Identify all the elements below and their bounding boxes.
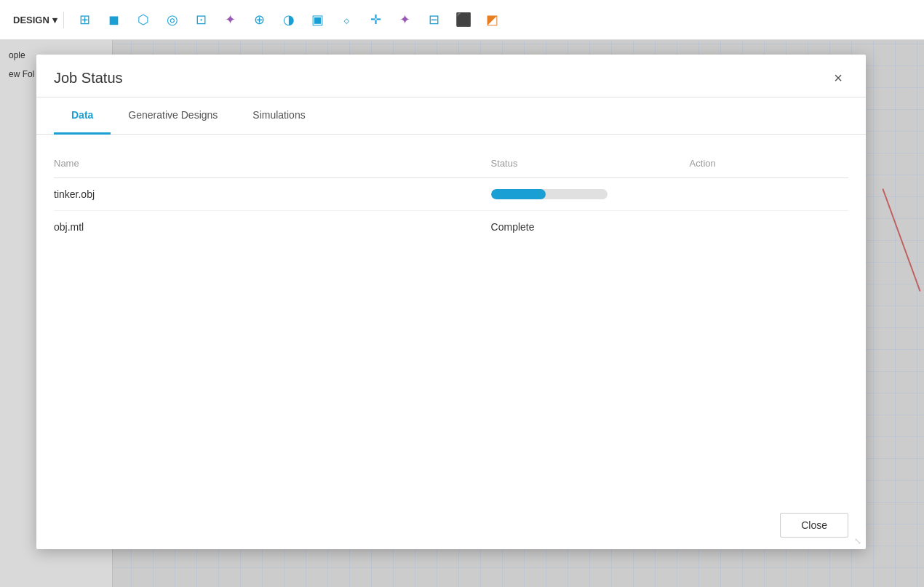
toolbar-icon-shell[interactable]: ▣ bbox=[306, 7, 330, 32]
toolbar-icon-combine[interactable]: ⊕ bbox=[247, 7, 272, 32]
modal-close-button[interactable]: × bbox=[828, 68, 848, 88]
modal-tabs: Data Generative Designs Simulations bbox=[36, 97, 866, 135]
progress-bar-fill bbox=[491, 189, 546, 199]
status-complete-badge: Complete bbox=[491, 221, 535, 233]
toolbar-icon-color[interactable]: ◩ bbox=[480, 7, 505, 32]
data-table: Name Status Action tinker.obj bbox=[54, 152, 848, 243]
table-header-row: Name Status Action bbox=[54, 152, 848, 178]
toolbar-icon-unfold[interactable]: ⊟ bbox=[422, 7, 447, 32]
modal-overlay: Job Status × Data Generative Designs Sim… bbox=[0, 40, 924, 587]
toolbar-icon-scale[interactable]: ⊡ bbox=[189, 7, 214, 32]
row-status-tinker bbox=[491, 178, 690, 211]
row-name-objmtl: obj.mtl bbox=[54, 211, 491, 244]
column-header-status: Status bbox=[491, 152, 690, 178]
table-row: obj.mtl Complete bbox=[54, 211, 848, 244]
progress-bar-container bbox=[491, 189, 608, 199]
toolbar-icon-move[interactable]: ✛ bbox=[364, 7, 389, 32]
table-row: tinker.obj bbox=[54, 178, 848, 211]
resize-handle[interactable]: ⤡ bbox=[854, 536, 861, 546]
close-button[interactable]: Close bbox=[780, 513, 848, 538]
design-menu[interactable]: DESIGN ▾ bbox=[7, 12, 64, 28]
tab-simulations[interactable]: Simulations bbox=[235, 97, 322, 135]
toolbar-icon-flatten[interactable]: ⬛ bbox=[451, 7, 476, 32]
row-action-tinker bbox=[690, 178, 848, 211]
design-label: DESIGN bbox=[13, 15, 49, 25]
toolbar-icon-revolve[interactable]: ◎ bbox=[160, 7, 185, 32]
row-status-objmtl: Complete bbox=[491, 211, 690, 244]
toolbar-icon-add[interactable]: ⊞ bbox=[73, 7, 97, 32]
modal-footer: Close bbox=[36, 501, 866, 549]
job-status-modal: Job Status × Data Generative Designs Sim… bbox=[36, 55, 866, 549]
design-arrow: ▾ bbox=[52, 15, 57, 25]
modal-header: Job Status × bbox=[36, 55, 866, 97]
tab-data[interactable]: Data bbox=[54, 97, 111, 135]
toolbar-icon-sweep[interactable]: ◑ bbox=[276, 7, 301, 32]
toolbar-icon-extrude[interactable]: ⬡ bbox=[131, 7, 156, 32]
toolbar-icon-split[interactable]: ⬦ bbox=[335, 7, 359, 32]
column-header-name: Name bbox=[54, 152, 491, 178]
column-header-action: Action bbox=[690, 152, 848, 178]
toolbar-icon-box[interactable]: ◼ bbox=[102, 7, 127, 32]
toolbar-icon-special1[interactable]: ✦ bbox=[218, 7, 243, 32]
toolbar: DESIGN ▾ ⊞ ◼ ⬡ ◎ ⊡ ✦ ⊕ ◑ ▣ ⬦ ✛ ✦ ⊟ ⬛ ◩ bbox=[0, 0, 924, 40]
toolbar-icon-special2[interactable]: ✦ bbox=[393, 7, 418, 32]
row-name-tinker: tinker.obj bbox=[54, 178, 491, 211]
row-action-objmtl bbox=[690, 211, 848, 244]
modal-title: Job Status bbox=[54, 70, 123, 87]
tab-generative-designs[interactable]: Generative Designs bbox=[111, 97, 235, 135]
modal-body: Name Status Action tinker.obj bbox=[36, 135, 866, 501]
